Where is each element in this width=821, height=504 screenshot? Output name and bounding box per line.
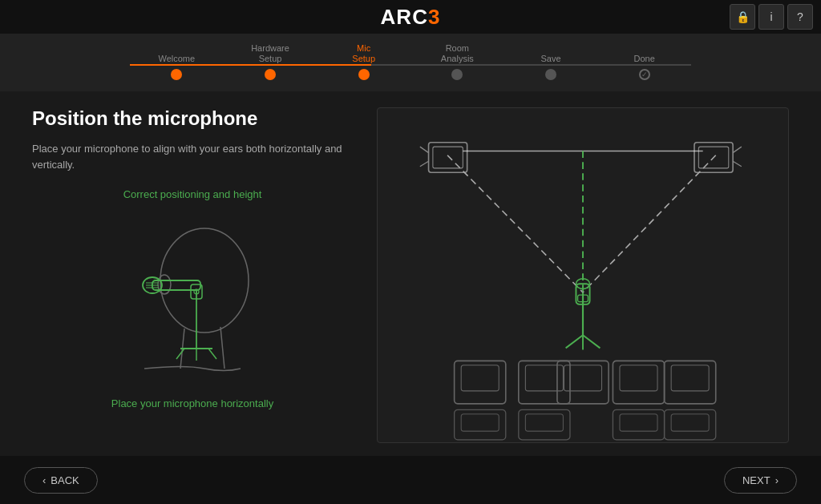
- svg-rect-37: [519, 361, 570, 403]
- step-room-analysis: RoomAnalysis: [410, 42, 504, 80]
- svg-line-31: [583, 335, 600, 348]
- svg-rect-35: [455, 361, 506, 403]
- step-hardware-setup: HardwareSetup: [224, 42, 317, 80]
- next-chevron-icon: ›: [775, 474, 779, 486]
- step-done: Done ✓: [597, 42, 691, 80]
- header-icons: 🔒 i ?: [730, 4, 813, 30]
- room-diagram-svg: [378, 108, 788, 442]
- step-mic-setup: MicSetup: [317, 42, 410, 80]
- svg-rect-42: [620, 365, 657, 391]
- step-welcome: Welcome: [130, 42, 224, 80]
- section-description: Place your microphone to align with your…: [32, 141, 353, 172]
- step-hardware-label: HardwareSetup: [251, 42, 289, 64]
- info-button[interactable]: i: [758, 4, 784, 30]
- room-diagram: [377, 107, 789, 443]
- svg-line-2: [220, 327, 224, 369]
- step-room-dot: [451, 69, 463, 80]
- help-button[interactable]: ?: [787, 4, 813, 30]
- step-welcome-label: Welcome: [159, 42, 196, 64]
- step-done-label: Done: [634, 42, 655, 64]
- progress-track: Welcome HardwareSetup MicSetup RoomAnaly…: [130, 42, 691, 80]
- next-label: NEXT: [742, 474, 770, 486]
- svg-line-18: [420, 147, 429, 152]
- left-panel: Position the microphone Place your micro…: [32, 107, 353, 443]
- back-chevron-icon: ‹: [42, 474, 46, 486]
- svg-rect-4: [152, 280, 200, 290]
- step-done-dot: ✓: [639, 69, 650, 80]
- svg-rect-48: [525, 414, 563, 431]
- main-content: Position the microphone Place your micro…: [0, 91, 821, 459]
- svg-rect-46: [461, 414, 499, 431]
- svg-line-23: [733, 161, 742, 166]
- svg-line-11: [176, 349, 184, 359]
- progress-bar: Welcome HardwareSetup MicSetup RoomAnaly…: [0, 34, 821, 91]
- svg-line-13: [208, 349, 216, 359]
- footer: ‹ BACK NEXT ›: [0, 456, 821, 504]
- svg-line-19: [420, 161, 429, 166]
- step-save-dot: [545, 69, 556, 80]
- step-save: Save: [504, 42, 598, 80]
- svg-rect-52: [671, 414, 709, 431]
- app-header: ARC3 🔒 i ?: [0, 0, 821, 34]
- horizontal-label: Place your microphone horizontally: [111, 397, 273, 409]
- back-label: BACK: [51, 474, 79, 486]
- svg-line-25: [447, 155, 583, 292]
- svg-rect-44: [671, 365, 709, 391]
- svg-rect-43: [665, 361, 716, 403]
- correct-positioning-label: Correct positioning and height: [32, 188, 353, 200]
- svg-rect-39: [557, 361, 609, 403]
- app-title: ARC3: [381, 5, 441, 30]
- svg-rect-41: [613, 361, 664, 403]
- svg-line-29: [566, 335, 583, 348]
- lock-button[interactable]: 🔒: [730, 4, 755, 30]
- back-button[interactable]: ‹ BACK: [24, 467, 98, 494]
- svg-line-22: [733, 147, 742, 152]
- step-save-label: Save: [540, 42, 560, 64]
- section-title: Position the microphone: [32, 107, 353, 130]
- svg-rect-36: [461, 365, 499, 391]
- step-hardware-dot: [265, 69, 276, 80]
- step-room-label: RoomAnalysis: [441, 42, 474, 64]
- svg-rect-50: [620, 414, 657, 431]
- svg-rect-17: [433, 147, 463, 168]
- mic-illustration: Place your microphone horizontally: [32, 208, 353, 409]
- step-welcome-dot: [171, 69, 182, 80]
- step-mic-dot: [358, 69, 370, 80]
- svg-line-26: [583, 155, 716, 292]
- step-mic-label: MicSetup: [352, 42, 375, 64]
- next-button[interactable]: NEXT ›: [724, 467, 797, 494]
- face-mic-svg: [80, 208, 305, 393]
